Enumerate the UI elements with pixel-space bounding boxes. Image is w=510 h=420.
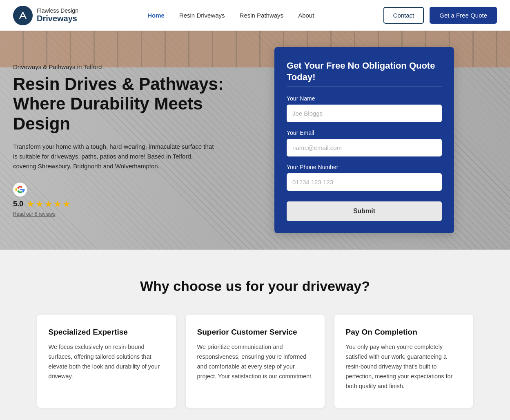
card-pay-desc: You only pay when you're completely sati… (346, 342, 462, 391)
why-title: Why choose us for your driveway? (16, 278, 494, 294)
form-title: Get Your Free No Obligation Quote Today! (287, 60, 442, 83)
hero-title: Resin Drives & Pathways: Where Durabilit… (13, 74, 258, 134)
email-field-group: Your Email (287, 130, 442, 156)
email-input[interactable] (287, 139, 442, 156)
card-service-title: Superior Customer Service (197, 328, 313, 337)
nav-about[interactable]: About (298, 12, 314, 19)
card-expertise-title: Specialized Expertise (49, 328, 165, 337)
logo-link[interactable]: Flawless Design Driveways (13, 6, 78, 25)
cards-row: Specialized Expertise We focus exclusive… (16, 315, 494, 408)
navbar-actions: Contact Get a Free Quote (383, 7, 497, 24)
nav-resin-pathways[interactable]: Resin Pathways (240, 12, 284, 19)
contact-button[interactable]: Contact (383, 7, 424, 24)
stars: ★★★★★ (27, 199, 71, 210)
google-icon (13, 183, 27, 197)
name-label: Your Name (287, 95, 442, 102)
nav-links: Home Resin Driveways Resin Pathways Abou… (147, 12, 314, 19)
card-expertise-desc: We focus exclusively on resin-bound surf… (49, 342, 165, 382)
nav-home[interactable]: Home (147, 12, 165, 19)
phone-label: Your Phone Number (287, 164, 442, 170)
card-pay-completion: Pay On Completion You only pay when you'… (334, 315, 473, 408)
hero-content: Driveways & Pathways in Telford Resin Dr… (0, 31, 510, 250)
svg-point-1 (13, 183, 27, 197)
card-customer-service: Superior Customer Service We prioritize … (186, 315, 325, 408)
hero-rating: 5.0 ★★★★★ Read our 5 reviews (13, 183, 258, 217)
phone-field-group: Your Phone Number (287, 164, 442, 191)
quote-form: Get Your Free No Obligation Quote Today!… (274, 47, 454, 233)
logo-icon (13, 6, 33, 25)
card-expertise: Specialized Expertise We focus exclusive… (37, 315, 176, 408)
form-divider (287, 87, 442, 87)
navbar: Flawless Design Driveways Home Resin Dri… (0, 0, 510, 31)
rating-row: 5.0 ★★★★★ (13, 199, 71, 210)
why-section: Why choose us for your driveway? Special… (0, 250, 510, 420)
phone-input[interactable] (287, 173, 442, 191)
submit-button[interactable]: Submit (287, 201, 442, 221)
card-service-desc: We prioritize communication and responsi… (197, 342, 313, 382)
get-quote-button[interactable]: Get a Free Quote (430, 7, 497, 24)
hero-description: Transform your home with a tough, hard-w… (13, 142, 217, 171)
rating-score: 5.0 (13, 200, 23, 208)
reviews-link[interactable]: Read our 5 reviews (13, 211, 55, 217)
nav-resin-driveways[interactable]: Resin Driveways (179, 12, 225, 19)
logo-text-bottom: Driveways (37, 14, 78, 23)
hero-subtitle: Driveways & Pathways in Telford (13, 63, 258, 70)
svg-point-0 (16, 8, 30, 23)
name-input[interactable] (287, 105, 442, 122)
card-pay-title: Pay On Completion (346, 328, 462, 337)
logo-text-top: Flawless Design (37, 8, 78, 14)
name-field-group: Your Name (287, 95, 442, 122)
hero-left: Driveways & Pathways in Telford Resin Dr… (13, 47, 258, 217)
email-label: Your Email (287, 130, 442, 136)
hero-section: Driveways & Pathways in Telford Resin Dr… (0, 31, 510, 250)
